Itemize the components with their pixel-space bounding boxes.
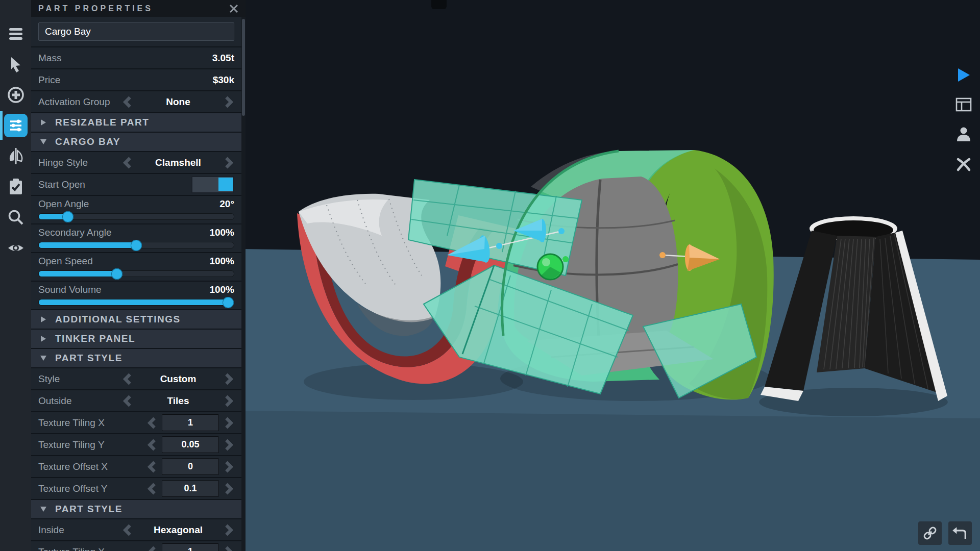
close-button[interactable] [228, 3, 239, 14]
sidebar-item-part-properties[interactable] [0, 110, 31, 141]
undo-icon [951, 524, 969, 542]
slider-fill [39, 299, 228, 305]
eye-icon [8, 245, 23, 251]
section-additional-settings[interactable]: ADDITIONAL SETTINGS [31, 310, 241, 329]
sidebar-item-visibility[interactable] [0, 233, 31, 263]
texture-offset-x-next-chevron[interactable] [223, 460, 234, 473]
outside-label: Outside [38, 395, 122, 407]
section-cargo-bay[interactable]: CARGO BAY [31, 133, 241, 151]
secondary-angle-label: Secondary Angle [38, 227, 209, 238]
texture-offset-y-input[interactable]: 0.1 [162, 480, 219, 497]
outside-next-chevron[interactable] [223, 394, 234, 408]
gizmo-node-cyan-1[interactable] [496, 243, 502, 249]
outside-prev-chevron[interactable] [122, 394, 133, 408]
open-angle-value: 20° [219, 198, 234, 210]
inside-prev-chevron[interactable] [122, 523, 133, 537]
panel-scrollbar-thumb[interactable] [242, 19, 245, 116]
open-angle-slider[interactable] [38, 213, 234, 220]
sound-volume-label: Sound Volume [38, 284, 209, 295]
right-toolbar [954, 66, 973, 172]
tool-sidebar [0, 0, 31, 551]
inside-next-chevron[interactable] [223, 523, 234, 537]
section-label: RESIZABLE PART [55, 117, 149, 128]
secondary-angle-slider[interactable] [38, 242, 234, 248]
texture-tiling-x-prev-chevron[interactable] [146, 416, 158, 430]
slider-knob[interactable] [62, 211, 74, 222]
gizmo-sphere-green[interactable] [537, 254, 563, 280]
undo-button[interactable] [948, 521, 972, 545]
variables-icon [955, 156, 972, 172]
hinge-style-value: Clamshell [133, 157, 223, 168]
slider-fill [39, 214, 68, 219]
texture-tiling-y-input[interactable]: 0.05 [162, 436, 219, 453]
section-part-style-inside[interactable]: PART STYLE [31, 500, 241, 518]
link-parts-button[interactable] [918, 521, 942, 545]
texture-tiling-x-inside-input[interactable]: 1 [162, 543, 219, 551]
view-panels-button[interactable] [955, 96, 972, 113]
row-open-speed: Open Speed 100% [31, 253, 241, 281]
style-next-chevron[interactable] [223, 372, 234, 386]
texture-tiling-x-label: Texture Tiling X [38, 417, 146, 429]
sidebar-item-search[interactable] [0, 202, 31, 233]
texture-offset-y-next-chevron[interactable] [223, 482, 234, 495]
texture-tiling-x-input[interactable]: 1 [162, 414, 219, 431]
panel-scrollbar[interactable] [241, 17, 246, 551]
expanded-triangle-icon [40, 506, 47, 513]
section-resizable-part[interactable]: RESIZABLE PART [31, 113, 241, 132]
section-part-style-outside[interactable]: PART STYLE [31, 349, 241, 367]
section-label: TINKER PANEL [55, 333, 135, 344]
panel-title: PART PROPERTIES [38, 4, 153, 13]
slider-knob[interactable] [111, 268, 122, 280]
variables-button[interactable] [955, 155, 972, 172]
price-label: Price [38, 74, 213, 86]
row-inside: Inside Hexagonal [31, 519, 241, 540]
gizmo-node-cyan-2[interactable] [558, 228, 565, 234]
open-speed-slider[interactable] [38, 270, 234, 277]
sidebar-item-symmetry[interactable] [0, 141, 31, 171]
slider-knob[interactable] [131, 240, 142, 251]
sound-volume-slider[interactable] [38, 299, 234, 306]
activation-group-label: Activation Group [38, 96, 122, 108]
texture-tiling-x-next-chevron[interactable] [223, 416, 234, 430]
part-name-input[interactable] [38, 22, 234, 41]
part-properties-panel: PART PROPERTIES Mass 3.05t Price $30k Ac… [31, 0, 246, 551]
section-tinker-panel[interactable]: TINKER PANEL [31, 330, 241, 348]
menu-icon [9, 28, 22, 40]
texture-tiling-y-next-chevron[interactable] [223, 438, 234, 452]
sidebar-item-pointer[interactable] [0, 49, 31, 80]
panel-header: PART PROPERTIES [31, 0, 246, 17]
play-button[interactable] [955, 66, 972, 84]
style-prev-chevron[interactable] [122, 372, 133, 386]
row-sound-volume: Sound Volume 100% [31, 282, 241, 309]
hinge-style-prev-chevron[interactable] [122, 156, 133, 169]
texture-tiling-x-inside-next-chevron[interactable] [223, 545, 234, 551]
panel-body: Mass 3.05t Price $30k Activation Group N… [31, 17, 241, 551]
texture-offset-y-prev-chevron[interactable] [146, 482, 158, 495]
pointer-icon [11, 57, 20, 72]
activation-group-prev-chevron[interactable] [122, 95, 133, 109]
style-value: Custom [133, 373, 223, 385]
hinge-style-next-chevron[interactable] [223, 156, 234, 169]
start-open-toggle[interactable] [191, 176, 234, 193]
sidebar-item-blueprint[interactable] [0, 171, 31, 202]
gizmo-node-green[interactable] [562, 256, 569, 262]
gizmo-node-orange[interactable] [659, 252, 666, 258]
texture-tiling-y-prev-chevron[interactable] [146, 438, 158, 452]
link-icon [921, 524, 939, 542]
slider-knob[interactable] [223, 297, 234, 308]
row-texture-offset-y: Texture Offset Y 0.1 [31, 478, 241, 499]
close-icon [228, 3, 239, 14]
collapsed-triangle-icon [40, 316, 47, 323]
search-icon [9, 211, 22, 224]
row-texture-tiling-x-inside: Texture Tiling X 1 [31, 541, 241, 551]
activation-group-next-chevron[interactable] [223, 95, 234, 109]
player-button[interactable] [955, 126, 972, 143]
texture-offset-x-input[interactable]: 0 [162, 458, 219, 475]
texture-tiling-x-inside-prev-chevron[interactable] [146, 545, 158, 551]
price-value: $30k [213, 74, 234, 86]
sidebar-item-add-part[interactable] [0, 80, 31, 110]
sidebar-item-menu[interactable] [0, 18, 31, 49]
texture-offset-x-prev-chevron[interactable] [146, 460, 158, 473]
activation-group-value: None [133, 96, 223, 108]
top-toolbar-handle[interactable] [431, 0, 447, 9]
